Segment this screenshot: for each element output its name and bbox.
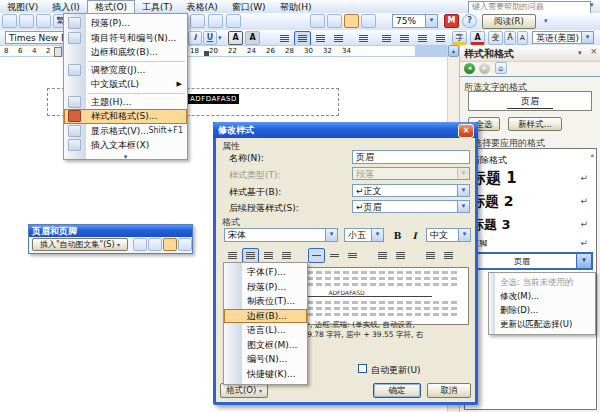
char-shading-icon[interactable]: A xyxy=(245,31,260,45)
highlight-button[interactable]: 字 xyxy=(452,31,467,45)
double-spacing-icon[interactable] xyxy=(344,248,361,263)
bold-button[interactable]: B xyxy=(390,228,405,242)
indent-marker[interactable] xyxy=(204,51,209,56)
menu-item-adjust-width[interactable]: 调整宽度(J)... xyxy=(64,63,187,78)
submenu-item-tabs[interactable]: 制表位(T)... xyxy=(224,294,307,309)
insert-date-icon[interactable] xyxy=(178,238,192,251)
font-color-button[interactable]: A xyxy=(470,31,485,45)
style-item-header-selected[interactable]: 页眉 ▾ xyxy=(467,252,593,270)
dialog-lang-combo[interactable]: 中文 ▾ xyxy=(426,228,471,242)
based-on-combo[interactable]: ↵正文 ▾ xyxy=(352,184,470,197)
line-spacing-icon[interactable] xyxy=(352,31,374,46)
toolbar-options-icon[interactable]: ▾ xyxy=(590,1,594,9)
numbered-list-icon[interactable] xyxy=(378,31,395,46)
page-number-format-icon[interactable] xyxy=(163,238,177,251)
header-footer-toolbar[interactable]: 页眉和页脚 插入"自动图文集"(S) ▾ xyxy=(28,224,193,254)
task-pane-menu-icon[interactable]: ▾ xyxy=(578,49,582,57)
chevron-down-icon[interactable]: ▾ xyxy=(425,15,437,27)
submenu-item-shortcut-key[interactable]: 快捷键(K)... xyxy=(224,367,307,382)
submenu-item-language[interactable]: 语言(L)... xyxy=(224,323,307,338)
char-scale-icon[interactable]: 变 xyxy=(488,31,503,45)
page-number-icon[interactable] xyxy=(133,238,147,251)
align-left-icon[interactable] xyxy=(276,31,293,46)
columns-icon[interactable] xyxy=(327,14,342,28)
format-menu-button[interactable]: 格式(O) ▾ xyxy=(220,383,268,398)
shrink-font-icon[interactable]: A xyxy=(517,31,528,45)
increase-indent-icon[interactable] xyxy=(440,248,457,263)
align-right-icon[interactable] xyxy=(260,248,277,263)
context-item-delete[interactable]: 删除(D)... xyxy=(489,303,595,317)
dialog-titlebar[interactable]: 修改样式 × xyxy=(213,122,478,138)
align-left-icon[interactable] xyxy=(224,248,241,263)
context-item-modify[interactable]: 修改(M)... xyxy=(489,289,595,303)
decrease-indent-icon[interactable] xyxy=(422,248,439,263)
insert-table-icon[interactable] xyxy=(310,14,325,28)
decrease-indent-icon[interactable] xyxy=(414,31,431,46)
close-icon[interactable]: × xyxy=(590,46,598,56)
char-border-icon[interactable]: A xyxy=(228,31,243,45)
help-icon[interactable]: ? xyxy=(462,14,477,28)
submenu-item-font[interactable]: 字体(F)... xyxy=(224,265,307,280)
submenu-item-paragraph[interactable]: 段落(P)... xyxy=(224,280,307,295)
new-window-icon[interactable] xyxy=(2,14,17,28)
mathtype-icon[interactable]: M xyxy=(444,14,459,28)
italic-button[interactable]: I xyxy=(407,228,422,242)
document-map-icon[interactable] xyxy=(361,14,376,28)
zoom-combo[interactable]: 75% ▾ xyxy=(392,14,438,28)
submenu-item-border[interactable]: 边框(B)... xyxy=(224,309,307,324)
increase-paragraph-spacing-icon[interactable] xyxy=(374,248,391,263)
context-item-update-to-match[interactable]: 更新以匹配选择(U) xyxy=(489,317,595,331)
menu-format[interactable]: 格式(O) xyxy=(87,0,135,14)
task-pane-header[interactable]: 样式和格式 ▾ × xyxy=(460,45,600,62)
bulleted-list-icon[interactable] xyxy=(396,31,413,46)
read-layout-button[interactable]: 阅读(R) xyxy=(482,14,536,29)
redo-icon[interactable] xyxy=(226,14,241,28)
submenu-item-frame[interactable]: 图文框(M)... xyxy=(224,338,307,353)
menu-item-styles-formatting[interactable]: 样式和格式(S)... xyxy=(64,109,187,124)
hf-toolbar-titlebar[interactable]: 页眉和页脚 xyxy=(29,225,192,237)
menu-item-insert-textbox[interactable]: 插入文本框(X) xyxy=(64,138,187,153)
underline-button[interactable]: U xyxy=(203,31,217,45)
menu-item-bullets-numbering[interactable]: 项目符号和编号(N)... xyxy=(64,31,187,46)
submenu-item-numbering[interactable]: 编号(N)... xyxy=(224,352,307,367)
auto-update-checkbox[interactable] xyxy=(358,364,367,373)
print-icon[interactable] xyxy=(19,14,34,28)
header-selected-text[interactable]: ADFDAFASD xyxy=(188,94,239,104)
language-combo[interactable]: 英语(美国) ▾ xyxy=(532,31,594,44)
list-scroll-up-icon[interactable]: ▴ xyxy=(590,151,594,159)
cancel-button[interactable]: 取消 xyxy=(427,383,471,398)
print-preview-icon[interactable] xyxy=(36,14,51,28)
tables-borders-icon[interactable] xyxy=(190,14,205,28)
ok-button[interactable]: 确定 xyxy=(373,383,421,398)
name-input[interactable]: 页眉 xyxy=(352,150,470,164)
menu-item-reveal-formatting[interactable]: 显示格式(V)... Shift+F1 xyxy=(64,124,187,139)
chevron-down-icon[interactable]: ▾ xyxy=(458,229,470,241)
home-icon[interactable]: ⌂ xyxy=(495,62,507,74)
one-half-spacing-icon[interactable] xyxy=(326,248,343,263)
grow-font-icon[interactable]: A xyxy=(504,31,516,45)
forward-icon[interactable]: ▸ xyxy=(479,63,490,74)
align-center-icon[interactable] xyxy=(242,248,259,263)
undo-icon[interactable] xyxy=(208,14,223,28)
chevron-down-icon[interactable]: ▾ xyxy=(325,229,337,241)
chevron-down-icon[interactable]: ▾ xyxy=(457,201,469,212)
insert-autotext-button[interactable]: 插入"自动图文集"(S) ▾ xyxy=(32,238,128,251)
align-right-icon[interactable] xyxy=(312,31,329,46)
page-count-icon[interactable] xyxy=(148,238,162,251)
new-style-button[interactable]: 新样式... xyxy=(508,117,562,131)
align-justify-icon[interactable] xyxy=(330,31,347,46)
menu-item-asian-layout[interactable]: 中文版式(L) ▶ xyxy=(64,77,187,92)
single-spacing-icon[interactable] xyxy=(308,248,325,263)
close-icon[interactable]: × xyxy=(458,124,474,138)
increase-indent-icon[interactable] xyxy=(432,31,449,46)
chevron-down-icon[interactable]: ▾ xyxy=(371,229,383,241)
drawing-button[interactable] xyxy=(344,14,359,28)
align-justify-icon[interactable] xyxy=(278,248,295,263)
toolbar-overflow-icon[interactable]: ▾ xyxy=(544,17,548,25)
indent-marker[interactable] xyxy=(54,47,62,57)
align-center-icon[interactable] xyxy=(294,31,311,46)
chevron-down-icon[interactable]: ▾ xyxy=(457,185,469,196)
scroll-up-button[interactable]: ▴ xyxy=(448,45,459,57)
dialog-size-combo[interactable]: 小五 ▾ xyxy=(344,228,384,242)
style-dropdown-icon[interactable]: ▾ xyxy=(576,254,591,268)
